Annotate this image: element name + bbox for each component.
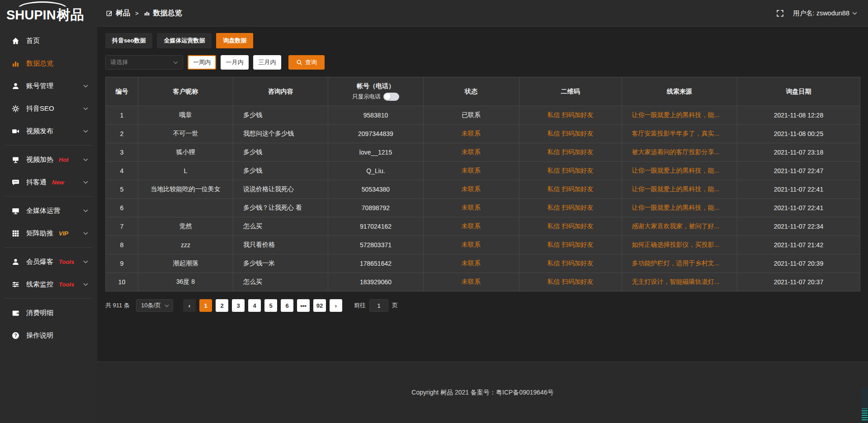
- sidebar-item-douyin-seo[interactable]: 抖音SEO: [0, 97, 97, 120]
- page-size-select[interactable]: 10条/页: [136, 299, 173, 312]
- column-header-3: 帐号（电话） 只显示电话: [328, 77, 423, 106]
- cell-source-link[interactable]: 让你一眼就爱上的黑科技，能...: [622, 106, 737, 125]
- cell-qrcode-link[interactable]: 私信 扫码加好友: [519, 236, 622, 254]
- fullscreen-icon[interactable]: [776, 9, 784, 17]
- cell-status: 未联系: [423, 143, 519, 162]
- cell-qrcode-link[interactable]: 私信 扫码加好友: [519, 106, 622, 125]
- tab-2[interactable]: 询盘数据: [216, 33, 253, 48]
- user-menu[interactable]: 用户名: zswodun88: [793, 9, 857, 18]
- cell-qrcode-link[interactable]: 私信 扫码加好友: [519, 273, 622, 291]
- cell-source-link[interactable]: 感谢大家喜欢我家，被问了好...: [622, 217, 737, 236]
- chevron-down-icon: [83, 85, 88, 88]
- cell-account: 917024162: [328, 217, 423, 236]
- sidebar-item-lead-monitor[interactable]: 线索监控Tools: [0, 273, 97, 296]
- cell-source-link[interactable]: 多功能护栏灯，适用于乡村文...: [622, 254, 737, 273]
- cell-status: 未联系: [423, 199, 519, 217]
- sidebar-item-help[interactable]: ?操作说明: [0, 324, 97, 347]
- cell-qrcode-link[interactable]: 私信 扫码加好友: [519, 199, 622, 217]
- logo-text-cn: 树品: [57, 6, 84, 24]
- grid-icon: [12, 230, 19, 237]
- cell-qrcode-link[interactable]: 私信 扫码加好友: [519, 125, 622, 143]
- sidebar-item-badge: Tools: [59, 281, 74, 288]
- edit-square-icon: [106, 10, 113, 16]
- sidebar-item-data-overview[interactable]: 数据总览: [0, 52, 97, 75]
- cell-nickname: 觉然: [138, 217, 233, 236]
- home-icon: [12, 37, 19, 45]
- cell-qrcode-link[interactable]: 私信 扫码加好友: [519, 180, 622, 199]
- next-page-button[interactable]: ›: [330, 299, 342, 312]
- page-button-6[interactable]: 6: [281, 299, 293, 312]
- cell-no: 2: [106, 125, 138, 143]
- column-header-6: 线索来源: [622, 77, 737, 106]
- table-row: 1 哦章 多少钱 9583810 已联系 私信 扫码加好友 让你一眼就爱上的黑科…: [106, 106, 860, 125]
- page-button-2[interactable]: 2: [216, 299, 228, 312]
- column-header-2: 咨询内容: [233, 77, 328, 106]
- cell-no: 10: [106, 273, 138, 291]
- sidebar-item-consume-detail[interactable]: 消费明细: [0, 301, 97, 324]
- cell-source-link[interactable]: 让你一眼就爱上的黑科技，能...: [622, 180, 737, 199]
- table-body: 1 哦章 多少钱 9583810 已联系 私信 扫码加好友 让你一眼就爱上的黑科…: [106, 106, 860, 291]
- goto-page-input[interactable]: [369, 299, 388, 312]
- cell-qrcode-link[interactable]: 私信 扫码加好友: [519, 254, 622, 273]
- cell-source-link[interactable]: 客厅安装投影半年多了，真实...: [622, 125, 737, 143]
- cell-content: 多少钱一米: [233, 254, 328, 273]
- cell-account: 70898792: [328, 199, 423, 217]
- cell-date: 2021-11-08 12:28: [737, 106, 860, 125]
- period-button-2[interactable]: 三月内: [253, 55, 281, 70]
- cell-content: 多少钱: [233, 143, 328, 162]
- cell-qrcode-link[interactable]: 私信 扫码加好友: [519, 162, 622, 180]
- page-button-92[interactable]: 92: [313, 299, 326, 312]
- sidebar-item-douketong[interactable]: 抖客通New: [0, 171, 97, 193]
- sidebar-item-matrix-boost[interactable]: 矩阵助推VIP: [0, 222, 97, 244]
- search-button[interactable]: 查询: [288, 55, 325, 70]
- pager-ellipsis[interactable]: •••: [297, 299, 310, 312]
- page-button-1[interactable]: 1: [199, 299, 212, 312]
- page-button-5[interactable]: 5: [264, 299, 277, 312]
- cell-content: 怎么买: [233, 273, 328, 291]
- cell-source-link[interactable]: 无主灯设计，智能磁吸轨道灯...: [622, 273, 737, 291]
- topbar-right: 用户名: zswodun88: [776, 9, 857, 18]
- sidebar-item-video-publish[interactable]: 视频发布: [0, 120, 97, 142]
- table-row: 10 36度 8 怎么买 183929060 未联系 私信 扫码加好友 无主灯设…: [106, 273, 860, 291]
- period-button-0[interactable]: 一周内: [188, 55, 216, 70]
- cell-source-link[interactable]: 被大家追着问的客厅投影分享...: [622, 143, 737, 162]
- cell-source-link[interactable]: 如何正确选择投影仪，买投影...: [622, 236, 737, 254]
- table-row: 3 狐小狸 多少钱 love__1215 未联系 私信 扫码加好友 被大家追着问…: [106, 143, 860, 162]
- sidebar-item-member-burst[interactable]: 会员爆客Tools: [0, 250, 97, 273]
- tab-0[interactable]: 抖音seo数据: [105, 33, 152, 48]
- cell-nickname: 当地比较能吃的一位美女: [138, 180, 233, 199]
- prev-page-button[interactable]: ‹: [183, 299, 196, 312]
- page-button-4[interactable]: 4: [248, 299, 261, 312]
- filter-select[interactable]: 请选择: [105, 55, 183, 70]
- pagination: 共 911 条 10条/页 ‹123456•••92› 前往 页: [105, 299, 860, 312]
- cell-qrcode-link[interactable]: 私信 扫码加好友: [519, 143, 622, 162]
- cell-no: 9: [106, 254, 138, 273]
- search-button-label: 查询: [305, 58, 317, 66]
- cell-status: 未联系: [423, 236, 519, 254]
- copyright-text: Copyright 树品 2021 备案号：粤ICP备09019646号: [411, 389, 553, 397]
- cell-nickname: 狐小狸: [138, 143, 233, 162]
- cell-no: 4: [106, 162, 138, 180]
- sidebar-item-account-manage[interactable]: 账号管理: [0, 75, 97, 97]
- phone-only-toggle[interactable]: [383, 93, 399, 101]
- cell-account: 9583810: [328, 106, 423, 125]
- sidebar-item-label: 操作说明: [26, 331, 53, 340]
- breadcrumb-root[interactable]: 树品: [116, 9, 130, 18]
- cell-content: 多少钱: [233, 106, 328, 125]
- sidebar-item-badge: New: [52, 179, 64, 186]
- tab-1[interactable]: 全媒体运营数据: [157, 33, 212, 48]
- sidebar-item-omni-media[interactable]: 全媒体运营: [0, 199, 97, 222]
- sidebar-item-home[interactable]: 首页: [0, 29, 97, 52]
- period-button-1[interactable]: 一月内: [221, 55, 249, 70]
- chevron-down-icon: [173, 61, 178, 64]
- cell-content: 多少钱？让我死心 看: [233, 199, 328, 217]
- sidebar-item-video-heat[interactable]: 视频加热Hot: [0, 148, 97, 171]
- browser-corner-widget[interactable]: [862, 388, 868, 421]
- cell-qrcode-link[interactable]: 私信 扫码加好友: [519, 217, 622, 236]
- sidebar-item-label: 抖客通: [26, 178, 47, 187]
- chevron-down-icon: [83, 181, 88, 184]
- page-button-3[interactable]: 3: [232, 299, 245, 312]
- cell-source-link[interactable]: 让你一眼就爱上的黑科技，能...: [622, 199, 737, 217]
- wallet-icon: [12, 309, 19, 317]
- cell-source-link[interactable]: 让你一眼就爱上的黑科技，能...: [622, 162, 737, 180]
